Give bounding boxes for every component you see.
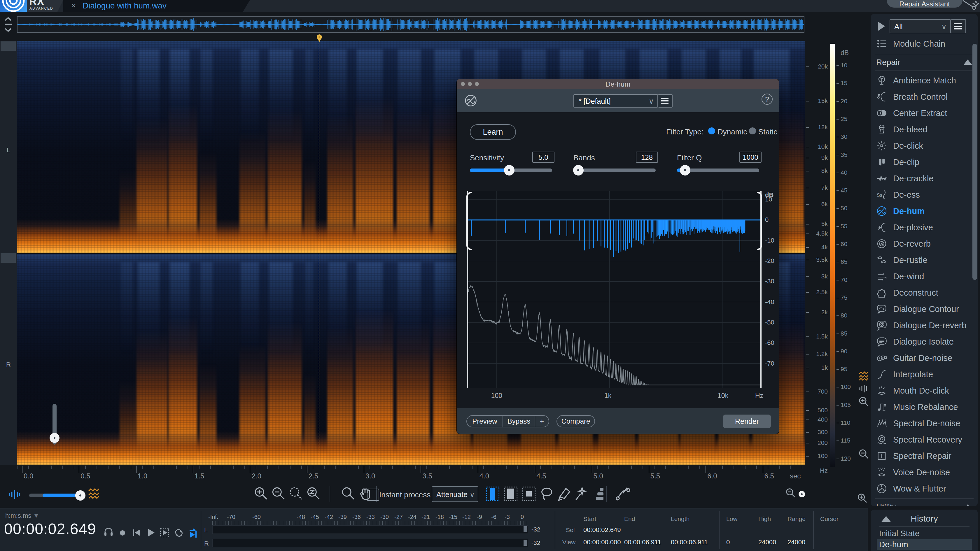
- waveform-blend-icon[interactable]: [8, 489, 20, 500]
- filter-spectrum-graph[interactable]: dB100-10-20-30-40-50-60-70 1001k10kHz: [467, 191, 762, 388]
- waveform-overview[interactable]: [17, 16, 804, 33]
- file-tab[interactable]: × Dialogue with hum.wav: [63, 0, 250, 12]
- param-value-field[interactable]: 5.0: [532, 152, 554, 163]
- record-icon[interactable]: [117, 527, 128, 538]
- attenuate-dropdown[interactable]: Attenuate ∨: [432, 486, 478, 502]
- sidebar-item-wow-flutter[interactable]: Wow & Flutter: [871, 480, 978, 497]
- module-menu-button[interactable]: [951, 19, 966, 33]
- sidebar-item-de-crackle[interactable]: De-crackle: [871, 170, 978, 187]
- zoom-selection-icon[interactable]: [288, 486, 305, 503]
- view-value[interactable]: 00:00:00.000: [583, 538, 620, 546]
- brush-tool-icon[interactable]: [557, 486, 573, 503]
- instant-process-checkbox[interactable]: [367, 489, 379, 501]
- learn-button[interactable]: Learn: [470, 124, 516, 140]
- history-item[interactable]: De-hum: [877, 539, 972, 550]
- sidebar-item-de-clip[interactable]: De-clip: [871, 154, 978, 170]
- overview-expand-control[interactable]: [2, 16, 14, 33]
- sidebar-item-spectral-recovery[interactable]: Spectral Recovery: [871, 432, 978, 448]
- sidebar-item-interpolate[interactable]: Interpolate: [871, 366, 978, 383]
- param-value-field[interactable]: 128: [636, 152, 658, 163]
- history-item[interactable]: Initial State: [877, 528, 972, 539]
- view-value[interactable]: 24000: [788, 538, 805, 546]
- view-value[interactable]: 00:00:06.911: [671, 538, 708, 546]
- sidebar-item-de-wind[interactable]: De-wind: [871, 268, 978, 284]
- play-selection-icon[interactable]: [159, 527, 170, 538]
- param-slider[interactable]: [677, 168, 759, 172]
- param-slider[interactable]: [573, 168, 655, 172]
- sidebar-item-module-chain[interactable]: Module Chain: [871, 36, 978, 52]
- sidebar-item-mouth-de-click[interactable]: Mouth De-click: [871, 383, 978, 399]
- sidebar-item-center-extract[interactable]: Center Extract: [871, 105, 978, 121]
- repair-assistant-button[interactable]: Repair Assistant: [887, 0, 963, 8]
- view-value[interactable]: 24000: [758, 538, 776, 546]
- graph-left-bracket-handle[interactable]: [466, 192, 472, 250]
- channel-header-tile[interactable]: [1, 41, 16, 51]
- sidebar-item-spectral-de-noise[interactable]: Spectral De-noise: [871, 415, 978, 432]
- play-icon[interactable]: [145, 527, 156, 538]
- loop-icon[interactable]: [173, 527, 185, 538]
- time-freq-selection-tool-icon[interactable]: [503, 486, 520, 503]
- sidebar-item-guitar-de-noise[interactable]: Guitar De-noise: [871, 350, 978, 366]
- sidebar-item-de-reverb[interactable]: De-reverb: [871, 235, 978, 252]
- graph-right-bracket-handle[interactable]: [757, 192, 762, 250]
- modules-scrollbar[interactable]: [972, 44, 977, 280]
- sel-start-value[interactable]: 00:00:02.649: [583, 526, 620, 534]
- zoom-reset-icon[interactable]: [306, 486, 322, 503]
- channel-header-tile[interactable]: [1, 253, 16, 263]
- freq-selection-tool-icon[interactable]: [522, 486, 538, 503]
- sidebar-item-voice-de-noise[interactable]: Voice De-noise: [871, 464, 978, 480]
- time-format-selector[interactable]: h:m:s.ms ▼: [5, 512, 40, 519]
- lasso-tool-icon[interactable]: [539, 486, 556, 503]
- param-slider-knob[interactable]: [680, 165, 690, 176]
- sidebar-item-de-plosive[interactable]: De-plosive: [871, 219, 978, 235]
- add-preview-button[interactable]: +: [535, 416, 549, 427]
- repair-section-header[interactable]: Repair: [875, 54, 974, 71]
- sidebar-item-dialogue-isolate[interactable]: Dialogue Isolate: [871, 333, 978, 350]
- magic-wand-icon[interactable]: [574, 486, 590, 503]
- utility-section-header[interactable]: Utility: [875, 499, 974, 506]
- time-ruler[interactable]: 0.00.51.01.52.02.53.03.54.04.55.05.56.06…: [17, 465, 810, 484]
- sidebar-item-music-rebalance[interactable]: Music Rebalance: [871, 399, 978, 415]
- close-tab-icon[interactable]: ×: [72, 1, 76, 10]
- preset-menu-button[interactable]: [658, 94, 673, 108]
- sidebar-item-breath-control[interactable]: Breath Control: [871, 89, 978, 105]
- time-selection-tool-icon[interactable]: [485, 486, 502, 503]
- view-value[interactable]: 00:00:06.911: [624, 538, 661, 546]
- playhead-marker[interactable]: [317, 34, 322, 41]
- preset-dropdown[interactable]: * [Default] ∨: [573, 94, 658, 108]
- zoom-out-icon[interactable]: [271, 486, 287, 503]
- search-icon[interactable]: [340, 486, 357, 503]
- render-button[interactable]: Render: [723, 414, 771, 428]
- param-value-field[interactable]: 1000: [740, 152, 762, 163]
- tab-title[interactable]: Dialogue with hum.wav: [83, 1, 167, 11]
- static-radio[interactable]: [749, 127, 756, 134]
- sidebar-item-ambience-match[interactable]: Ambience Match: [871, 72, 978, 89]
- wand-icon[interactable]: [960, 0, 979, 10]
- vertical-zoom-knob[interactable]: [49, 433, 59, 443]
- sidebar-item-de-ess[interactable]: SsDe-ess: [871, 187, 978, 203]
- param-slider-knob[interactable]: [504, 165, 514, 176]
- sidebar-item-spectral-repair[interactable]: Spectral Repair: [871, 448, 978, 464]
- sidebar-item-deconstruct[interactable]: Deconstruct: [871, 284, 978, 301]
- playhead-line[interactable]: [319, 41, 320, 465]
- play-to-end-icon[interactable]: [187, 527, 198, 538]
- vertical-zoom-slider[interactable]: [52, 404, 57, 445]
- bypass-button[interactable]: Bypass: [503, 416, 535, 427]
- param-slider-knob[interactable]: [573, 165, 584, 176]
- sidebar-item-de-hum[interactable]: De-hum: [871, 203, 978, 219]
- blend-knob[interactable]: [75, 491, 86, 500]
- view-value[interactable]: 0: [726, 538, 730, 546]
- zoom-in-icon[interactable]: [253, 486, 270, 503]
- sidebar-item-de-bleed[interactable]: De-bleed: [871, 121, 978, 138]
- compare-button[interactable]: Compare: [557, 415, 595, 427]
- go-to-start-icon[interactable]: [130, 527, 142, 538]
- headphones-icon[interactable]: [103, 527, 115, 538]
- preview-button[interactable]: Preview: [467, 416, 503, 427]
- sidebar-item-dialogue-contour[interactable]: Dialogue Contour: [871, 301, 978, 317]
- module-filter-dropdown[interactable]: All ∨: [889, 19, 951, 33]
- param-slider[interactable]: [470, 168, 552, 172]
- adjacent-selection-icon[interactable]: [592, 486, 608, 503]
- spectrogram-waveform-blend-slider[interactable]: [29, 494, 83, 497]
- play-module-icon[interactable]: [877, 21, 886, 32]
- help-button[interactable]: ?: [762, 94, 773, 105]
